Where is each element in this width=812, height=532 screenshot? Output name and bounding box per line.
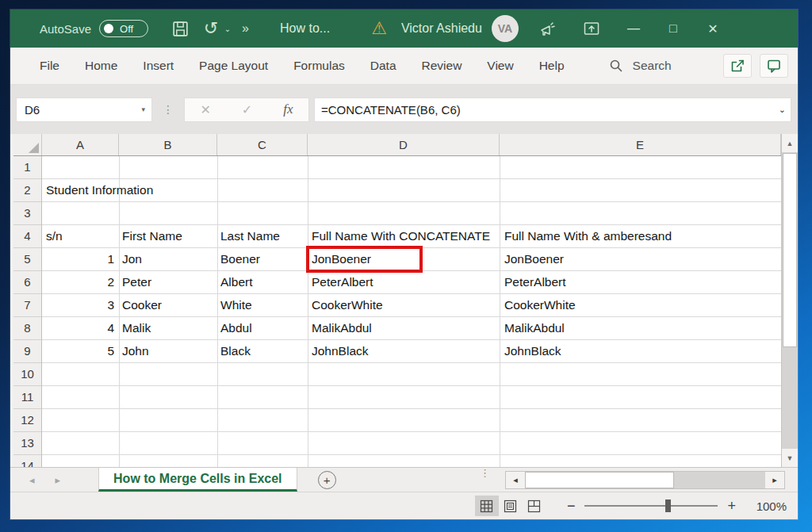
cell-b8[interactable]: Malik	[122, 317, 151, 340]
zoom-in-button[interactable]: +	[718, 498, 745, 515]
cell-d9[interactable]: JohnBlack	[312, 340, 369, 363]
vertical-scroll-thumb[interactable]	[783, 153, 797, 347]
row-header-1[interactable]: 1	[13, 156, 41, 179]
horizontal-scrollbar[interactable]: ◂ ▸	[505, 471, 785, 489]
sheet-nav-right-icon[interactable]: ▸	[56, 474, 61, 486]
ribbon-display-options-button[interactable]	[569, 10, 614, 48]
undo-button[interactable]: ↺	[197, 10, 224, 48]
column-header-d[interactable]: D	[308, 134, 500, 155]
zoom-slider[interactable]	[584, 505, 718, 507]
cell-e4[interactable]: Full Name With & amberesand	[504, 225, 672, 248]
cell-a7[interactable]: 3	[42, 294, 114, 317]
cell-c4[interactable]: Last Name	[220, 225, 280, 248]
vertical-scroll-track[interactable]	[782, 348, 798, 449]
save-button[interactable]	[163, 10, 197, 48]
cell-c7[interactable]: White	[220, 294, 252, 317]
cell-a9[interactable]: 5	[42, 340, 114, 363]
avatar[interactable]: VA	[492, 15, 519, 42]
maximize-button[interactable]: □	[653, 10, 693, 48]
cell-b9[interactable]: John	[122, 340, 149, 363]
name-box[interactable]: D6 ▾	[16, 98, 152, 122]
cell-c9[interactable]: Black	[220, 340, 251, 363]
cell-e7[interactable]: CookerWhite	[504, 294, 576, 317]
formula-bar-expand-icon[interactable]: ⌄	[779, 105, 786, 115]
row-header-8[interactable]: 8	[13, 317, 41, 340]
scroll-up-button[interactable]: ▲	[782, 134, 798, 152]
autosave-toggle[interactable]: Off	[99, 20, 148, 37]
row-header-2[interactable]: 2	[13, 179, 41, 202]
horizontal-scroll-thumb[interactable]	[525, 472, 674, 488]
cell-c6[interactable]: Albert	[220, 271, 253, 294]
tab-page-layout[interactable]: Page Layout	[189, 54, 278, 78]
tab-insert[interactable]: Insert	[132, 54, 184, 78]
row-header-12[interactable]: 12	[13, 409, 41, 432]
horizontal-scroll-track[interactable]	[674, 472, 765, 488]
share-button[interactable]	[723, 54, 752, 78]
cell-d7[interactable]: CookerWhite	[312, 294, 383, 317]
new-sheet-button[interactable]: +	[318, 471, 336, 489]
comments-button[interactable]	[760, 54, 788, 78]
column-header-c[interactable]: C	[217, 134, 308, 155]
cell-d8[interactable]: MalikAbdul	[312, 317, 372, 340]
sheet-nav-left-icon[interactable]: ◂	[29, 474, 35, 486]
tab-review[interactable]: Review	[412, 54, 473, 78]
column-header-e[interactable]: E	[500, 134, 781, 155]
tab-formulas[interactable]: Formulas	[283, 54, 355, 78]
cell-e9[interactable]: JohnBlack	[504, 340, 561, 363]
row-header-4[interactable]: 4	[13, 225, 41, 248]
row-header-5[interactable]: 5	[13, 248, 41, 271]
cell-b4[interactable]: First Name	[122, 225, 182, 248]
select-all-button[interactable]	[13, 134, 42, 155]
name-box-dropdown-icon[interactable]: ▾	[141, 105, 145, 113]
cell-e8[interactable]: MalikAbdul	[504, 317, 565, 340]
tab-help[interactable]: Help	[529, 54, 575, 78]
normal-view-button[interactable]	[475, 496, 499, 516]
cell-c5[interactable]: Boener	[220, 248, 260, 271]
column-header-b[interactable]: B	[119, 134, 217, 155]
zoom-out-button[interactable]: −	[557, 498, 585, 515]
row-header-13[interactable]: 13	[13, 432, 41, 455]
row-header-3[interactable]: 3	[13, 202, 41, 225]
cancel-entry-button[interactable]: ✕	[200, 102, 210, 117]
row-header-14[interactable]: 14	[13, 455, 41, 467]
tab-data[interactable]: Data	[360, 54, 407, 78]
close-button[interactable]: ✕	[693, 10, 733, 48]
undo-dropdown[interactable]: ⌄	[221, 10, 234, 48]
scroll-left-button[interactable]: ◂	[506, 472, 525, 488]
cell-e6[interactable]: PeterAlbert	[504, 271, 566, 294]
search-input[interactable]: Search	[609, 59, 672, 73]
column-header-a[interactable]: A	[42, 134, 119, 155]
row-header-6[interactable]: 6	[13, 271, 41, 294]
row-header-11[interactable]: 11	[13, 386, 41, 409]
cell-b6[interactable]: Peter	[122, 271, 151, 294]
vertical-scrollbar[interactable]: ▲ ▼	[781, 134, 798, 467]
cell-c8[interactable]: Abdul	[220, 317, 252, 340]
cell-a2[interactable]: Student Information	[46, 179, 153, 202]
row-header-10[interactable]: 10	[13, 363, 41, 386]
cell-b7[interactable]: Cooker	[122, 294, 162, 317]
cell-a6[interactable]: 2	[42, 271, 114, 294]
tab-file[interactable]: File	[29, 54, 70, 78]
row-header-9[interactable]: 9	[13, 340, 41, 363]
cell-a5[interactable]: 1	[42, 248, 114, 271]
page-layout-view-button[interactable]	[499, 496, 523, 516]
zoom-slider-thumb[interactable]	[665, 499, 671, 512]
minimize-button[interactable]: —	[614, 10, 653, 48]
row-header-7[interactable]: 7	[13, 294, 41, 317]
cell-b5[interactable]: Jon	[122, 248, 142, 271]
coming-soon-button[interactable]	[525, 10, 569, 48]
zoom-level[interactable]: 100%	[752, 499, 787, 513]
cell-a8[interactable]: 4	[42, 317, 114, 340]
cell-d4[interactable]: Full Name With CONCATENATE	[312, 225, 490, 248]
cell-d6[interactable]: PeterAlbert	[312, 271, 373, 294]
grid-body[interactable]: 1 2 3 4 5 6 7 8 9 10 11 12 13 14	[13, 156, 781, 467]
scroll-down-button[interactable]: ▼	[782, 449, 798, 467]
enter-entry-button[interactable]: ✓	[242, 102, 252, 117]
cell-a4[interactable]: s/n	[46, 225, 63, 248]
formula-input[interactable]: =CONCATENATE(B6, C6) ⌄	[314, 98, 791, 122]
insert-function-button[interactable]: fx	[283, 101, 293, 117]
quick-access-overflow-button[interactable]: »	[234, 10, 258, 48]
scroll-right-button[interactable]: ▸	[765, 472, 784, 488]
cell-e5[interactable]: JonBoener	[504, 248, 564, 271]
tab-view[interactable]: View	[477, 54, 523, 78]
